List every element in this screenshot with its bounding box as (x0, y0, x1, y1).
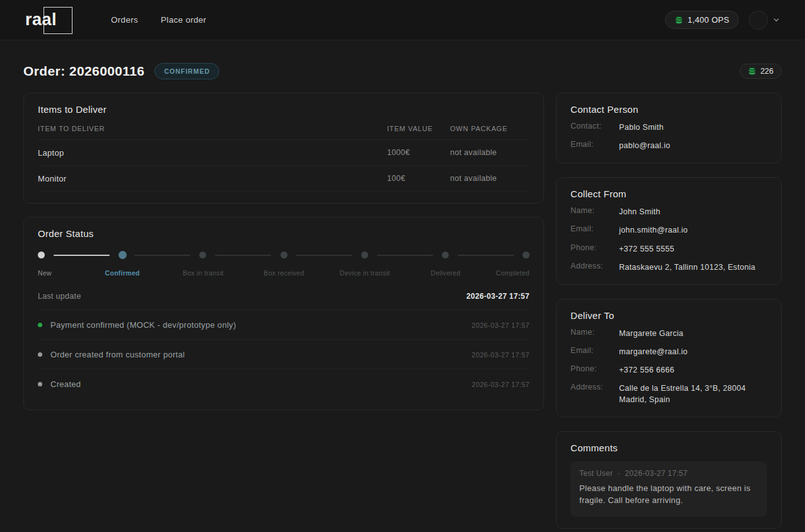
comment-separator: · (618, 469, 620, 478)
event-time: 2026-03-27 17:57 (472, 351, 530, 359)
nav-item-place-order[interactable]: Place order (161, 15, 206, 25)
ops-count-badge: 226 (739, 64, 782, 79)
step-connector (215, 255, 271, 256)
field-value: margarete@raal.io (619, 346, 688, 357)
nav-item-orders[interactable]: Orders (111, 15, 138, 25)
left-column: Items to Deliver ITEM TO DELIVER ITEM VA… (23, 93, 544, 410)
field-value: john.smith@raal.io (619, 224, 688, 236)
field-value: Calle de la Estrella 14, 3°B, 28004 Madr… (619, 383, 767, 405)
item-value: 1000€ (387, 148, 450, 158)
item-name: Laptop (38, 148, 387, 158)
comment-text: Please handle the laptop with care, scre… (579, 483, 758, 507)
user-avatar[interactable] (749, 11, 768, 30)
step-label: Box received (264, 269, 304, 277)
database-icon (675, 16, 683, 25)
last-update-row: Last update 2026-03-27 17:57 (38, 292, 530, 310)
field-value: Rataskaevu 2, Tallinn 10123, Estonia (619, 262, 755, 273)
items-card-title: Items to Deliver (38, 104, 530, 115)
deliver-card-title: Deliver To (570, 310, 767, 321)
last-update-value: 2026-03-27 17:57 (466, 292, 530, 301)
item-name: Monitor (38, 174, 387, 183)
step-label: Completed (496, 269, 530, 277)
step-connector (458, 255, 514, 256)
main-content: Order: 2026000116 CONFIRMED 226 Items to… (0, 40, 805, 532)
field-label: Name: (570, 328, 619, 339)
table-row: Laptop 1000€ not available (38, 140, 530, 166)
field-value: Pablo Smith (619, 122, 664, 133)
comments-card: Comments Test User · 2026-03-27 17:57 Pl… (556, 431, 782, 529)
contact-person-card: Contact Person Contact: Pablo Smith Emai… (556, 93, 782, 163)
field-value: +372 555 5555 (619, 243, 675, 255)
field-label: Email: (570, 346, 619, 357)
step-dot-box-in-transit (199, 252, 206, 258)
ops-count-value: 226 (760, 67, 773, 76)
field-row: Email: margarete@raal.io (570, 346, 767, 357)
status-event-row: Created 2026-03-27 17:57 (38, 369, 530, 398)
event-dot-icon (38, 323, 42, 327)
step-dot-box-received (281, 252, 287, 258)
ops-balance-button[interactable]: 1,400 OPS (665, 11, 739, 29)
field-label: Address: (570, 262, 619, 273)
app-header: raal Orders Place order 1,400 OPS (0, 0, 805, 40)
comments-card-title: Comments (570, 442, 767, 453)
item-package: not available (450, 148, 530, 158)
event-dot-icon (38, 382, 42, 386)
last-update-label: Last update (38, 292, 81, 301)
comment-meta: Test User · 2026-03-27 17:57 (579, 469, 758, 478)
step-dot-delivered (442, 252, 449, 258)
event-dot-icon (38, 352, 42, 357)
field-label: Contact: (570, 122, 619, 133)
step-dot-confirmed (119, 251, 127, 259)
field-label: Email: (570, 140, 619, 151)
deliver-to-card: Deliver To Name: Margarete Garcia Email:… (556, 299, 782, 418)
brand-logo[interactable]: raal (25, 4, 76, 36)
logo-text: raal (25, 11, 57, 28)
order-status-card: Order Status New Confirmed (23, 217, 544, 410)
field-row: Name: Margarete Garcia (570, 328, 767, 339)
step-label: Device in transit (340, 269, 390, 277)
chevron-down-icon[interactable] (773, 16, 780, 23)
table-row: Monitor 100€ not available (38, 166, 530, 192)
column-header-package: OWN PACKAGE (450, 125, 530, 132)
step-connector (134, 255, 190, 256)
step-label: New (38, 269, 52, 277)
items-table-header: ITEM TO DELIVER ITEM VALUE OWN PACKAGE (38, 115, 530, 140)
field-label: Phone: (570, 364, 619, 376)
item-value: 100€ (387, 174, 450, 183)
comment-timestamp: 2026-03-27 17:57 (625, 469, 688, 478)
field-row: Phone: +372 556 6666 (570, 364, 767, 376)
event-time: 2026-03-27 17:57 (472, 381, 530, 388)
step-dot-device-in-transit (361, 252, 368, 258)
field-label: Email: (570, 224, 619, 236)
field-row: Phone: +372 555 5555 (570, 243, 767, 255)
field-row: Email: pablo@raal.io (570, 140, 767, 151)
order-status-stepper: New Confirmed Box in transit Box receive… (38, 249, 530, 280)
ops-balance-label: 1,400 OPS (688, 15, 729, 25)
field-label: Name: (570, 206, 619, 217)
column-header-item: ITEM TO DELIVER (38, 125, 387, 132)
comment-author: Test User (579, 469, 613, 478)
field-value: Margarete Garcia (619, 328, 683, 339)
field-value: John Smith (619, 206, 661, 217)
order-status-badge: CONFIRMED (154, 63, 219, 79)
step-connector (54, 255, 110, 256)
step-dot-completed (523, 252, 530, 258)
collect-from-card: Collect From Name: John Smith Email: joh… (556, 177, 782, 285)
status-event-row: Order created from customer portal 2026-… (38, 340, 530, 369)
header-right: 1,400 OPS (665, 11, 780, 30)
step-label: Confirmed (105, 269, 140, 277)
event-time: 2026-03-27 17:57 (472, 321, 530, 329)
page-title: Order: 2026000116 (23, 64, 144, 79)
step-label: Box in transit (183, 269, 224, 277)
item-package: not available (450, 174, 530, 183)
status-card-title: Order Status (38, 228, 530, 239)
field-row: Address: Calle de la Estrella 14, 3°B, 2… (570, 383, 767, 405)
step-label: Delivered (431, 269, 460, 277)
column-header-value: ITEM VALUE (387, 125, 450, 132)
database-icon (748, 67, 756, 76)
event-text: Created (50, 379, 81, 389)
status-event-row: Payment confirmed (MOCK - dev/prototype … (38, 310, 530, 340)
page-title-row: Order: 2026000116 CONFIRMED 226 (23, 63, 782, 79)
collect-card-title: Collect From (570, 188, 767, 199)
step-connector (377, 255, 433, 256)
